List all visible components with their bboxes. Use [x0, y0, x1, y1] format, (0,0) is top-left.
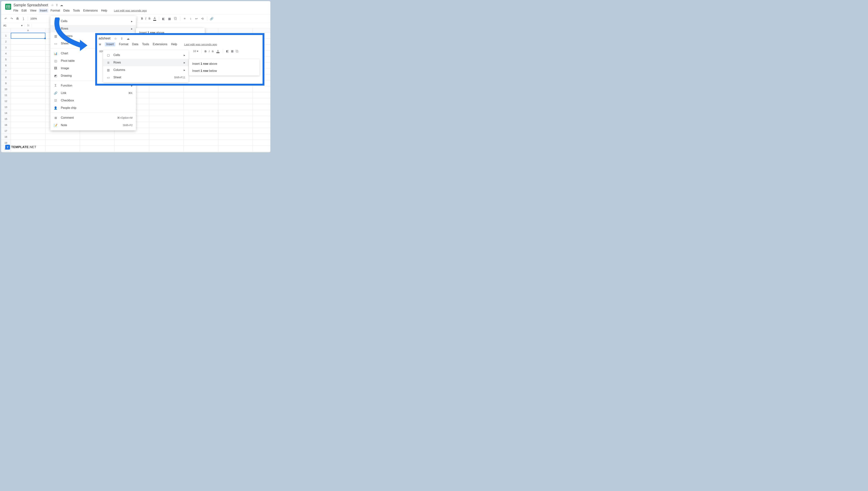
grid-cell[interactable] [45, 146, 80, 152]
undo-icon[interactable]: ↶ [3, 17, 8, 21]
grid-cell[interactable] [11, 39, 45, 45]
row-header[interactable]: 3 [1, 45, 11, 51]
grid-cell[interactable] [149, 110, 184, 116]
grid-cell[interactable] [218, 122, 253, 128]
grid-row[interactable]: 19 [1, 140, 270, 146]
grid-cell[interactable] [218, 140, 253, 146]
co-dd-columns[interactable]: ▥Columns▸ [103, 66, 189, 74]
dd-people[interactable]: 👤People chip [51, 104, 136, 112]
co-text-color[interactable]: A [216, 49, 220, 53]
grid-cell[interactable] [45, 140, 80, 146]
strike-button[interactable]: S [148, 17, 150, 20]
grid-cell[interactable] [184, 98, 218, 104]
grid-cell[interactable] [11, 116, 45, 122]
row-header[interactable]: 14 [1, 110, 11, 116]
grid-cell[interactable] [149, 116, 184, 122]
grid-row[interactable]: 20 [1, 146, 270, 152]
active-cell[interactable] [11, 33, 45, 39]
row-header[interactable]: 11 [1, 92, 11, 98]
star-icon[interactable]: ☆ [51, 3, 54, 7]
move-icon[interactable]: ⇪ [56, 3, 58, 7]
row-header[interactable]: 10 [1, 86, 11, 92]
co-menu-insert[interactable]: Insert [105, 42, 115, 46]
valign-icon[interactable]: ↕ [188, 17, 193, 21]
row-header[interactable]: 9 [1, 80, 11, 86]
row-header[interactable]: 15 [1, 116, 11, 122]
grid-cell[interactable] [11, 68, 45, 74]
grid-cell[interactable] [80, 146, 115, 152]
grid-cell[interactable] [11, 51, 45, 56]
co-borders-icon[interactable]: ▦ [231, 50, 234, 53]
co-italic[interactable]: I [209, 50, 210, 53]
grid-cell[interactable] [80, 134, 115, 140]
print-icon[interactable]: 🖶 [15, 17, 20, 21]
grid-cell[interactable] [149, 104, 184, 110]
grid-cell[interactable] [80, 140, 115, 146]
menu-edit[interactable]: Edit [22, 9, 27, 12]
row-header[interactable]: 5 [1, 57, 11, 62]
grid-cell[interactable] [149, 86, 184, 92]
grid-cell[interactable] [218, 92, 253, 98]
fill-color-icon[interactable]: ◧ [161, 17, 166, 21]
row-header[interactable]: 18 [1, 134, 11, 140]
menu-format[interactable]: Format [51, 9, 60, 12]
paint-format-icon[interactable]: ⟆ [21, 17, 26, 21]
co-sm-below[interactable]: Insert 1 row below [189, 67, 259, 75]
rotate-icon[interactable]: ⟲ [200, 17, 205, 21]
borders-icon[interactable]: ▦ [167, 17, 172, 21]
select-all-corner[interactable] [1, 28, 11, 33]
grid-cell[interactable] [149, 122, 184, 128]
co-sm-above[interactable]: Insert 1 row above [189, 60, 259, 67]
co-dd-sheet[interactable]: ▭SheetShift+F11 [103, 74, 189, 81]
co-fontsize[interactable]: 10 ▾ [193, 50, 198, 53]
row-header[interactable]: 16 [1, 122, 11, 128]
row-header[interactable]: 7 [1, 68, 11, 74]
co-dd-rows[interactable]: ≣Rows▸ [103, 59, 189, 66]
grid-cell[interactable] [218, 146, 253, 152]
grid-cell[interactable] [149, 92, 184, 98]
menu-insert[interactable]: Insert [39, 8, 48, 13]
cloud-icon[interactable]: ☁ [60, 3, 63, 7]
italic-button[interactable]: I [145, 17, 146, 20]
redo-icon[interactable]: ↷ [9, 17, 14, 21]
co-merge-icon[interactable]: ⿻ [236, 50, 239, 53]
row-header[interactable]: 12 [1, 98, 11, 104]
name-box[interactable]: A1▾ [1, 24, 25, 27]
grid-cell[interactable] [11, 134, 45, 140]
grid-cell[interactable] [184, 140, 218, 146]
grid-cell[interactable] [11, 98, 45, 104]
co-dd-cells[interactable]: ▢Cells▸ [103, 51, 189, 59]
document-title[interactable]: Sample Spreadsheet [13, 3, 48, 7]
grid-cell[interactable] [115, 134, 149, 140]
grid-cell[interactable] [184, 104, 218, 110]
grid-cell[interactable] [45, 134, 80, 140]
grid-cell[interactable] [184, 86, 218, 92]
row-header[interactable]: 13 [1, 104, 11, 110]
grid-cell[interactable] [11, 122, 45, 128]
grid-cell[interactable] [11, 104, 45, 110]
grid-cell[interactable] [184, 146, 218, 152]
menu-data[interactable]: Data [63, 9, 69, 12]
grid-cell[interactable] [184, 110, 218, 116]
grid-cell[interactable] [115, 140, 149, 146]
grid-cell[interactable] [184, 134, 218, 140]
menu-view[interactable]: View [30, 9, 36, 12]
grid-cell[interactable] [184, 92, 218, 98]
col-header-a[interactable]: A [11, 28, 45, 33]
dd-checkbox[interactable]: ☑Checkbox [51, 97, 136, 104]
grid-cell[interactable] [149, 128, 184, 134]
grid-cell[interactable] [149, 134, 184, 140]
text-color-button[interactable]: A [153, 17, 157, 21]
grid-cell[interactable] [218, 110, 253, 116]
co-strike[interactable]: S [212, 50, 214, 53]
co-menu-tools[interactable]: Tools [142, 42, 149, 46]
grid-cell[interactable] [11, 128, 45, 134]
grid-cell[interactable] [11, 62, 45, 68]
edit-history[interactable]: Last edit was seconds ago [114, 9, 147, 12]
co-menu-extensions[interactable]: Extensions [153, 42, 167, 46]
row-header[interactable]: 17 [1, 128, 11, 134]
grid-cell[interactable] [184, 128, 218, 134]
zoom-select[interactable]: 100% [30, 17, 37, 20]
grid-cell[interactable] [11, 57, 45, 62]
grid-row[interactable]: 18 [1, 134, 270, 140]
